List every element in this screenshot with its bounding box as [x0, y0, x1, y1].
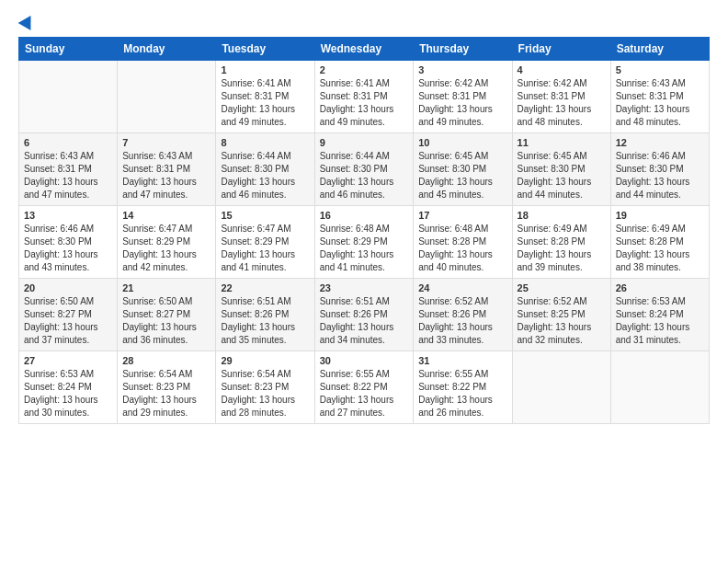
day-info: Sunrise: 6:51 AMSunset: 8:26 PMDaylight:…	[320, 295, 409, 347]
day-info: Sunrise: 6:52 AMSunset: 8:25 PMDaylight:…	[518, 295, 606, 347]
day-number: 10	[418, 137, 506, 148]
calendar-cell: 1Sunrise: 6:41 AMSunset: 8:31 PMDaylight…	[216, 61, 314, 133]
week-row-4: 20Sunrise: 6:50 AMSunset: 8:27 PMDayligh…	[19, 279, 710, 351]
calendar-cell: 14Sunrise: 6:47 AMSunset: 8:29 PMDayligh…	[118, 206, 216, 279]
day-number: 14	[122, 210, 210, 221]
day-info: Sunrise: 6:54 AMSunset: 8:23 PMDaylight:…	[122, 368, 210, 419]
day-number: 7	[122, 137, 210, 148]
day-number: 2	[320, 64, 409, 75]
day-number: 8	[221, 137, 309, 148]
day-number: 16	[320, 210, 409, 221]
calendar-cell: 6Sunrise: 6:43 AMSunset: 8:31 PMDaylight…	[19, 133, 118, 206]
day-info: Sunrise: 6:46 AMSunset: 8:30 PMDaylight:…	[24, 223, 112, 274]
col-header-tuesday: Tuesday	[216, 38, 314, 61]
day-number: 29	[221, 355, 309, 366]
calendar-cell: 21Sunrise: 6:50 AMSunset: 8:27 PMDayligh…	[118, 279, 216, 351]
day-info: Sunrise: 6:55 AMSunset: 8:22 PMDaylight:…	[418, 368, 506, 419]
header	[18, 15, 710, 28]
calendar: SundayMondayTuesdayWednesdayThursdayFrid…	[18, 37, 710, 424]
day-number: 30	[320, 355, 409, 366]
day-info: Sunrise: 6:53 AMSunset: 8:24 PMDaylight:…	[24, 368, 112, 419]
day-info: Sunrise: 6:54 AMSunset: 8:23 PMDaylight:…	[221, 368, 309, 419]
day-info: Sunrise: 6:48 AMSunset: 8:28 PMDaylight:…	[418, 223, 506, 274]
day-number: 3	[418, 64, 506, 75]
day-number: 15	[221, 210, 309, 221]
col-header-thursday: Thursday	[414, 38, 512, 61]
col-header-wednesday: Wednesday	[314, 38, 414, 61]
day-info: Sunrise: 6:49 AMSunset: 8:28 PMDaylight:…	[616, 223, 704, 274]
day-number: 19	[616, 210, 704, 221]
col-header-saturday: Saturday	[610, 38, 709, 61]
day-info: Sunrise: 6:48 AMSunset: 8:29 PMDaylight:…	[320, 223, 409, 274]
col-header-monday: Monday	[118, 38, 216, 61]
day-number: 28	[122, 355, 210, 366]
calendar-cell: 27Sunrise: 6:53 AMSunset: 8:24 PMDayligh…	[19, 351, 118, 424]
calendar-cell: 23Sunrise: 6:51 AMSunset: 8:26 PMDayligh…	[314, 279, 414, 351]
calendar-cell: 2Sunrise: 6:41 AMSunset: 8:31 PMDaylight…	[314, 61, 414, 133]
logo-triangle-icon	[18, 12, 38, 30]
day-info: Sunrise: 6:55 AMSunset: 8:22 PMDaylight:…	[320, 368, 409, 419]
day-number: 25	[518, 282, 606, 293]
calendar-cell: 28Sunrise: 6:54 AMSunset: 8:23 PMDayligh…	[118, 351, 216, 424]
calendar-cell: 11Sunrise: 6:45 AMSunset: 8:30 PMDayligh…	[512, 133, 610, 206]
day-info: Sunrise: 6:49 AMSunset: 8:28 PMDaylight:…	[518, 223, 606, 274]
calendar-cell: 13Sunrise: 6:46 AMSunset: 8:30 PMDayligh…	[19, 206, 118, 279]
calendar-cell: 4Sunrise: 6:42 AMSunset: 8:31 PMDaylight…	[512, 61, 610, 133]
day-info: Sunrise: 6:42 AMSunset: 8:31 PMDaylight:…	[418, 77, 506, 129]
calendar-cell: 12Sunrise: 6:46 AMSunset: 8:30 PMDayligh…	[610, 133, 709, 206]
day-info: Sunrise: 6:47 AMSunset: 8:29 PMDaylight:…	[122, 223, 210, 274]
day-info: Sunrise: 6:42 AMSunset: 8:31 PMDaylight:…	[518, 77, 606, 129]
day-number: 26	[616, 282, 704, 293]
day-info: Sunrise: 6:47 AMSunset: 8:29 PMDaylight:…	[221, 223, 309, 274]
day-number: 22	[221, 282, 309, 293]
calendar-cell: 8Sunrise: 6:44 AMSunset: 8:30 PMDaylight…	[216, 133, 314, 206]
calendar-cell: 9Sunrise: 6:44 AMSunset: 8:30 PMDaylight…	[314, 133, 414, 206]
calendar-cell: 10Sunrise: 6:45 AMSunset: 8:30 PMDayligh…	[414, 133, 512, 206]
day-number: 11	[518, 137, 606, 148]
day-number: 12	[616, 137, 704, 148]
day-info: Sunrise: 6:43 AMSunset: 8:31 PMDaylight:…	[24, 150, 112, 201]
day-info: Sunrise: 6:44 AMSunset: 8:30 PMDaylight:…	[320, 150, 409, 201]
col-header-friday: Friday	[512, 38, 610, 61]
calendar-cell	[19, 61, 118, 133]
day-number: 5	[616, 64, 704, 75]
logo-text	[18, 15, 33, 28]
day-info: Sunrise: 6:52 AMSunset: 8:26 PMDaylight:…	[418, 295, 506, 347]
week-row-1: 1Sunrise: 6:41 AMSunset: 8:31 PMDaylight…	[19, 61, 710, 133]
calendar-cell: 16Sunrise: 6:48 AMSunset: 8:29 PMDayligh…	[314, 206, 414, 279]
calendar-cell: 24Sunrise: 6:52 AMSunset: 8:26 PMDayligh…	[414, 279, 512, 351]
calendar-cell: 3Sunrise: 6:42 AMSunset: 8:31 PMDaylight…	[414, 61, 512, 133]
day-number: 31	[418, 355, 506, 366]
day-number: 27	[24, 355, 112, 366]
day-number: 6	[24, 137, 112, 148]
calendar-cell: 20Sunrise: 6:50 AMSunset: 8:27 PMDayligh…	[19, 279, 118, 351]
calendar-cell: 26Sunrise: 6:53 AMSunset: 8:24 PMDayligh…	[610, 279, 709, 351]
day-number: 4	[518, 64, 606, 75]
calendar-cell: 30Sunrise: 6:55 AMSunset: 8:22 PMDayligh…	[314, 351, 414, 424]
calendar-cell: 18Sunrise: 6:49 AMSunset: 8:28 PMDayligh…	[512, 206, 610, 279]
day-info: Sunrise: 6:45 AMSunset: 8:30 PMDaylight:…	[418, 150, 506, 201]
calendar-cell: 5Sunrise: 6:43 AMSunset: 8:31 PMDaylight…	[610, 61, 709, 133]
calendar-cell: 22Sunrise: 6:51 AMSunset: 8:26 PMDayligh…	[216, 279, 314, 351]
calendar-cell: 29Sunrise: 6:54 AMSunset: 8:23 PMDayligh…	[216, 351, 314, 424]
day-number: 20	[24, 282, 112, 293]
calendar-cell: 7Sunrise: 6:43 AMSunset: 8:31 PMDaylight…	[118, 133, 216, 206]
calendar-cell	[512, 351, 610, 424]
day-info: Sunrise: 6:46 AMSunset: 8:30 PMDaylight:…	[616, 150, 704, 201]
calendar-header-row: SundayMondayTuesdayWednesdayThursdayFrid…	[19, 38, 710, 61]
col-header-sunday: Sunday	[19, 38, 118, 61]
day-info: Sunrise: 6:43 AMSunset: 8:31 PMDaylight:…	[122, 150, 210, 201]
day-number: 13	[24, 210, 112, 221]
day-info: Sunrise: 6:43 AMSunset: 8:31 PMDaylight:…	[616, 77, 704, 129]
day-info: Sunrise: 6:44 AMSunset: 8:30 PMDaylight:…	[221, 150, 309, 201]
week-row-3: 13Sunrise: 6:46 AMSunset: 8:30 PMDayligh…	[19, 206, 710, 279]
logo	[18, 15, 33, 28]
day-info: Sunrise: 6:53 AMSunset: 8:24 PMDaylight:…	[616, 295, 704, 347]
day-info: Sunrise: 6:41 AMSunset: 8:31 PMDaylight:…	[221, 77, 309, 129]
day-info: Sunrise: 6:45 AMSunset: 8:30 PMDaylight:…	[518, 150, 606, 201]
day-number: 24	[418, 282, 506, 293]
calendar-cell: 19Sunrise: 6:49 AMSunset: 8:28 PMDayligh…	[610, 206, 709, 279]
day-number: 21	[122, 282, 210, 293]
page: SundayMondayTuesdayWednesdayThursdayFrid…	[0, 0, 728, 563]
week-row-5: 27Sunrise: 6:53 AMSunset: 8:24 PMDayligh…	[19, 351, 710, 424]
